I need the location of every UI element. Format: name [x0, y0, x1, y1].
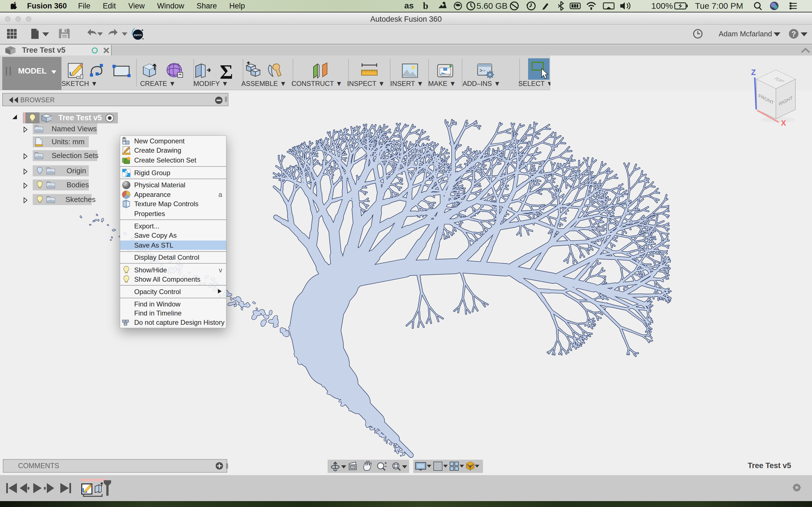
svg-text:>-: >-: [479, 68, 486, 74]
svg-text:‖: ‖: [225, 462, 229, 470]
svg-text:CONSTRUCT ▼: CONSTRUCT ▼: [292, 80, 343, 87]
svg-text:ENTiTi: ENTiTi: [134, 34, 142, 37]
svg-text:5.60 GB: 5.60 GB: [476, 1, 507, 10]
svg-text:INSERT ▼: INSERT ▼: [390, 80, 423, 87]
svg-text:as: as: [404, 1, 414, 10]
svg-text:X: X: [781, 119, 786, 127]
svg-text:?: ?: [792, 30, 796, 38]
svg-text:ASSEMBLE ▼: ASSEMBLE ▼: [241, 80, 287, 87]
svg-text:SELECT ▼: SELECT ▼: [518, 80, 550, 87]
svg-text:Z: Z: [751, 68, 756, 76]
svg-text:ADD–INS ▼: ADD–INS ▼: [463, 80, 500, 87]
svg-text:Adam Mcfarland: Adam Mcfarland: [719, 30, 772, 38]
svg-text:CREATE ▼: CREATE ▼: [140, 80, 175, 87]
svg-text:MAKE ▼: MAKE ▼: [428, 80, 456, 87]
svg-text:b: b: [423, 1, 428, 11]
svg-text:INSPECT ▼: INSPECT ▼: [347, 80, 385, 87]
svg-text:100%: 100%: [651, 1, 673, 10]
svg-text:MODIFY ▼: MODIFY ▼: [193, 80, 228, 87]
svg-text:Tue 7:00 PM: Tue 7:00 PM: [695, 1, 743, 10]
svg-text:SKETCH ▼: SKETCH ▼: [61, 80, 98, 87]
